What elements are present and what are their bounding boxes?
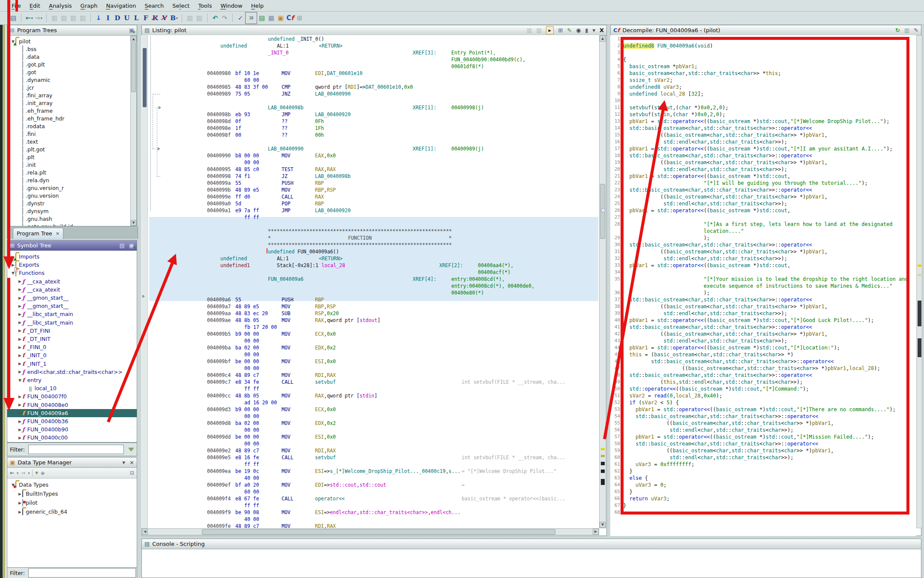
listing-row[interactable]: 00 00: [141, 337, 599, 344]
collapsed-arrow-icon[interactable]: ▶: [18, 361, 22, 366]
listing-close-icon[interactable]: X: [600, 27, 604, 33]
program-tree-item[interactable]: .dynamic: [7, 76, 130, 84]
symbol-tree-item[interactable]: ▶ƒendl<char,std::char_traits<char>>: [7, 368, 137, 376]
listing-row[interactable]: 0040099548 85 c0TESTRAX,RAX: [141, 166, 599, 173]
listing-edit-icon[interactable]: ✎: [914, 27, 918, 33]
listing-row[interactable]: 004009a05dPOPRBP: [141, 200, 599, 207]
listing-row[interactable]: 004009f9be 90 08MOVESI=>endl<char,std::c…: [141, 509, 599, 516]
program-tree-item[interactable]: .dynsym: [7, 207, 130, 215]
listing-row[interactable]: 00400980bf 10 1eMOVEDI,DAT_00601e10: [141, 70, 599, 77]
symbol-tree-item[interactable]: Llocal_10: [7, 384, 137, 392]
menu-graph[interactable]: Graph: [77, 1, 102, 10]
toolbar-memory-map-icon[interactable]: ▦: [267, 13, 276, 23]
listing-row[interactable]: 40 00: [141, 475, 599, 482]
collapsed-arrow-icon[interactable]: ▶: [18, 370, 22, 374]
listing-snapshot-icon[interactable]: ▥: [527, 27, 532, 33]
program-tree-item[interactable]: .gnu.version_r: [7, 184, 130, 192]
symbol-tree-item[interactable]: ▶f_DT_FINI: [7, 327, 137, 335]
symbol-filter-input[interactable]: [28, 445, 124, 454]
listing-row[interactable]: ff ff: [141, 461, 599, 468]
listing-row[interactable]: 0040098e1f??1Fh: [141, 125, 599, 132]
listing-row[interactable]: 00 00: [141, 159, 599, 166]
dtm-item[interactable]: ▶BuiltInTypes: [7, 490, 137, 498]
collapsed-arrow-icon[interactable]: ▶: [18, 353, 22, 358]
decompile-scrollbar[interactable]: [916, 35, 922, 528]
listing-row[interactable]: 004009d8ba 02 00MOVEDX,0x2: [141, 420, 599, 427]
listing-row[interactable]: FUN_00400b90:00400bd9(c),: [141, 56, 599, 63]
program-tree-item[interactable]: .init_array: [7, 99, 130, 107]
listing-row[interactable]: LAB_00400990XREF[1]:00400989(j): [141, 145, 599, 152]
collapsed-arrow-icon[interactable]: ▶: [18, 337, 22, 341]
program-tree-item[interactable]: .jcr: [7, 84, 130, 92]
symbol-tree-item[interactable]: ▶f_INIT_1: [7, 360, 137, 368]
toolbar-validate-icon[interactable]: ✓: [236, 13, 245, 23]
listing-row[interactable]: 0040099eff d0CALLRAX: [141, 193, 599, 200]
menu-select[interactable]: Select: [168, 1, 193, 10]
toolbar-call-tree-icon[interactable]: ⊞: [295, 13, 304, 23]
listing-row[interactable]: undefinedAL:1<RETURN>: [141, 42, 599, 49]
symbol-tree-item[interactable]: ▶fFUN_004009a6: [7, 409, 137, 417]
toolbar-letter-d-icon[interactable]: D: [113, 13, 122, 23]
listing-row[interactable]: 0040098548 83 3f 00CMPqword ptr [RDI]=>D…: [141, 84, 599, 90]
listing-horizontal-scrollbar[interactable]: ◀ ▶: [141, 528, 599, 535]
collapsed-arrow-icon[interactable]: ▶: [18, 287, 22, 292]
listing-row[interactable]: 004009eabe 19 0cMOVESI=>s_[*]Welcome_Dro…: [141, 468, 599, 475]
listing-row[interactable]: 0040098f00??00h: [141, 132, 599, 138]
listing-row[interactable]: 004009a655PUSHRBP: [141, 296, 599, 303]
collapsed-arrow-icon[interactable]: ▶: [18, 394, 22, 399]
symbol-tree-item[interactable]: ▶f_INIT_0: [7, 351, 137, 359]
listing-row[interactable]: 60 00: [141, 488, 599, 495]
new-window-icon[interactable]: ▣: [129, 243, 134, 248]
collapsed-arrow-icon[interactable]: ▶: [18, 320, 22, 325]
listing-view[interactable]: undefined_INIT_0()undefinedAL:1<RETURN>_…: [141, 35, 599, 528]
collapsed-arrow-icon[interactable]: ▶: [18, 328, 22, 333]
listing-row[interactable]: ff ff: [141, 385, 599, 392]
program-tree-item[interactable]: .plt: [7, 153, 130, 161]
toolbar-forward-icon[interactable]: →▾: [34, 13, 43, 23]
listing-row[interactable]: 00400990b8 00 00MOVEAX,0x0: [141, 152, 599, 159]
symbol-tree-item[interactable]: ▶ƒ__libc_start_main: [7, 310, 137, 318]
listing-row[interactable]: 00400e80(*): [141, 289, 599, 296]
listing-row[interactable]: 00 00: [141, 413, 599, 420]
listing-field-format-icon[interactable]: ⊞: [558, 27, 563, 33]
toolbar-letter-u-icon[interactable]: U: [122, 13, 132, 23]
program-tree-item[interactable]: .fini_array: [7, 91, 130, 99]
dtm-item[interactable]: ▶generic_clib_64: [7, 508, 137, 516]
listing-row[interactable]: 00400acf(*): [141, 269, 599, 276]
program-tree-item[interactable]: .plt.got: [7, 145, 130, 154]
program-tree-item[interactable]: .init: [7, 161, 130, 169]
listing-row[interactable]: 60 00: [141, 77, 599, 84]
listing-row[interactable]: 0040098beb 93JMPLAB_00400920: [141, 111, 599, 118]
collapsed-arrow-icon[interactable]: ▶: [18, 510, 22, 514]
dtm-filter-icon[interactable]: ▼: [35, 471, 38, 475]
listing-margin-icon[interactable]: ▮: [585, 27, 588, 33]
listing-row[interactable]: 004009ae48 8b 05MOVRAX,qword ptr [stdout…: [141, 317, 599, 324]
program-tree-item[interactable]: .bss: [7, 45, 130, 53]
collapsed-arrow-icon[interactable]: ▶: [18, 501, 22, 505]
program-tree-scrollbar[interactable]: ▲ ▼: [130, 36, 137, 226]
tab-program-tree[interactable]: Program Tree ×: [13, 228, 63, 239]
toolbar-redo-icon[interactable]: ↷: [220, 13, 229, 23]
symbol-tree-item[interactable]: ▼fentry: [7, 376, 137, 384]
listing-edit-fields-icon[interactable]: ✎: [567, 27, 572, 33]
dtm-collapse-all-icon[interactable]: ⊟: [130, 470, 134, 476]
chevron-down-icon[interactable]: ▾: [123, 460, 126, 465]
program-tree-item[interactable]: .rela.dyn: [7, 176, 130, 184]
toolbar-letter-v-struck-icon[interactable]: V: [160, 13, 169, 23]
symbol-tree-item[interactable]: ▶ƒ__libc_start_main: [7, 319, 137, 327]
listing-row[interactable]: 004009cc48 8b 05MOVRAX,qword ptr [stdin]: [141, 392, 599, 399]
listing-row[interactable]: 004009bfbe 00 00MOVESI,0x0: [141, 358, 599, 365]
close-icon[interactable]: ×: [129, 460, 134, 465]
expanded-arrow-icon[interactable]: ▼: [18, 378, 22, 382]
program-tree-item[interactable]: .gnu.version: [7, 192, 130, 200]
toolbar-patch-program-icon[interactable]: ▥: [69, 13, 78, 23]
dtm-forward-icon[interactable]: →: [21, 470, 25, 476]
listing-row[interactable]: ****************************************…: [141, 241, 599, 248]
toolbar-clipboard-icon[interactable]: ▥: [195, 13, 204, 23]
listing-row[interactable]: 004009a1e9 7a ffJMPLAB_00400920: [141, 207, 599, 214]
toolbar-letter-f-icon[interactable]: F: [141, 13, 150, 23]
listing-row[interactable]: 0040099874 f1JZLAB_0040098b: [141, 173, 599, 180]
dtm-item[interactable]: ▼Data Types: [7, 481, 137, 489]
collapsed-arrow-icon[interactable]: ▶: [18, 419, 22, 424]
listing-row[interactable]: 00 00: [141, 440, 599, 447]
